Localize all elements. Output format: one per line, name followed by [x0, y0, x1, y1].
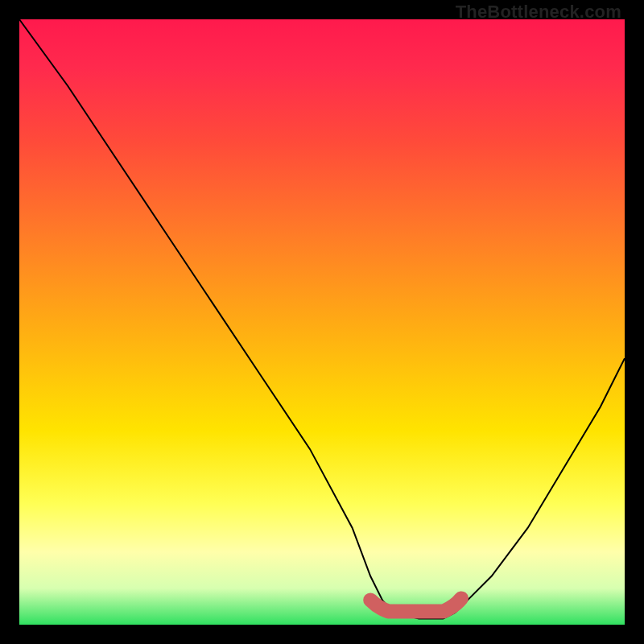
valley-highlight	[370, 598, 461, 611]
watermark-text: TheBottleneck.com	[456, 2, 621, 23]
bottleneck-curve	[19, 19, 625, 619]
chart-overlay	[19, 19, 625, 625]
